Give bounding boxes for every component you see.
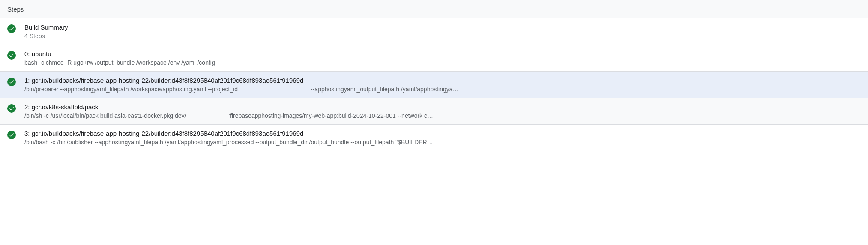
- steps-panel: Steps Build Summary 4 Steps 0: ubuntu ba…: [0, 0, 868, 151]
- step-subtitle: /bin/preparer --apphostingyaml_filepath …: [24, 86, 861, 93]
- build-summary-row[interactable]: Build Summary 4 Steps: [0, 18, 868, 45]
- step-subtitle: bash -c chmod -R ugo+rw /output_bundle /…: [24, 59, 861, 66]
- step-title: 3: gcr.io/buildpacks/firebase-app-hostin…: [24, 130, 861, 137]
- steps-header: Steps: [0, 0, 868, 18]
- step-subtitle: /bin/bash -c /bin/publisher --apphosting…: [24, 139, 861, 146]
- step-row-1[interactable]: 1: gcr.io/buildpacks/firebase-app-hostin…: [0, 72, 868, 98]
- subtitle-gap: [238, 86, 311, 93]
- step-content: 0: ubuntu bash -c chmod -R ugo+rw /outpu…: [24, 50, 861, 66]
- steps-header-title: Steps: [7, 6, 24, 13]
- subtitle-left: /bin/sh -c /usr/local/bin/pack build asi…: [24, 112, 186, 119]
- step-content: 3: gcr.io/buildpacks/firebase-app-hostin…: [24, 130, 861, 146]
- step-content: Build Summary 4 Steps: [24, 24, 861, 39]
- step-row-2[interactable]: 2: gcr.io/k8s-skaffold/pack /bin/sh -c /…: [0, 98, 868, 125]
- subtitle-right: 'firebaseapphosting-images/my-web-app:bu…: [229, 112, 433, 119]
- step-content: 1: gcr.io/buildpacks/firebase-app-hostin…: [24, 77, 861, 93]
- success-icon: [7, 24, 16, 33]
- summary-subtitle: 4 Steps: [24, 33, 861, 39]
- summary-title: Build Summary: [24, 24, 861, 31]
- step-title: 2: gcr.io/k8s-skaffold/pack: [24, 103, 861, 111]
- step-title: 1: gcr.io/buildpacks/firebase-app-hostin…: [24, 77, 861, 84]
- success-icon: [7, 131, 16, 139]
- success-icon: [7, 104, 16, 113]
- step-row-0[interactable]: 0: ubuntu bash -c chmod -R ugo+rw /outpu…: [0, 45, 868, 72]
- subtitle-right: --apphostingyaml_output_filepath /yaml/a…: [311, 86, 459, 93]
- subtitle-gap: [186, 112, 229, 119]
- step-subtitle: /bin/sh -c /usr/local/bin/pack build asi…: [24, 112, 861, 119]
- subtitle-left: /bin/preparer --apphostingyaml_filepath …: [24, 86, 238, 93]
- step-title: 0: ubuntu: [24, 50, 861, 57]
- step-content: 2: gcr.io/k8s-skaffold/pack /bin/sh -c /…: [24, 103, 861, 119]
- success-icon: [7, 78, 16, 86]
- step-row-3[interactable]: 3: gcr.io/buildpacks/firebase-app-hostin…: [0, 125, 868, 151]
- success-icon: [7, 51, 16, 60]
